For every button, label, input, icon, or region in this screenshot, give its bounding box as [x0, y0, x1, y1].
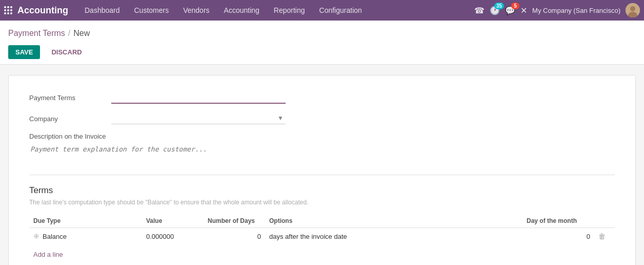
nav-accounting[interactable]: Accounting — [218, 3, 266, 17]
nav-reporting[interactable]: Reporting — [268, 3, 311, 17]
description-input[interactable] — [29, 143, 615, 163]
nav-vendors[interactable]: Vendors — [177, 3, 215, 17]
terms-hint: The last line's computation type should … — [29, 199, 615, 206]
terms-table: Due Type Value Number of Days Options Da… — [29, 214, 615, 244]
company-label: Company — [29, 112, 111, 123]
col-header-due-type: Due Type — [29, 214, 142, 228]
discard-button[interactable]: DISCARD — [44, 45, 89, 59]
close-icon-button[interactable]: ✕ — [520, 6, 527, 15]
col-header-value: Value — [142, 214, 204, 228]
cell-actions: 🗑 — [594, 228, 615, 245]
section-divider — [29, 175, 615, 175]
add-line-button[interactable]: Add a line — [29, 249, 67, 260]
grid-dots — [4, 6, 12, 14]
messages-icon-button[interactable]: 💬 5 — [505, 6, 515, 15]
nav-configuration[interactable]: Configuration — [313, 3, 368, 17]
app-name: Accounting — [17, 5, 68, 16]
cell-number-of-days: 0 — [204, 228, 265, 245]
cell-due-type: ⁜ Balance — [29, 228, 142, 245]
breadcrumb: Payment Terms / New — [8, 25, 636, 41]
terms-section: Terms The last line's computation type s… — [29, 185, 615, 260]
grid-menu-icon[interactable] — [4, 6, 12, 14]
phone-icon: ☎ — [474, 6, 485, 15]
company-name[interactable]: My Company (San Francisco) — [532, 7, 620, 14]
due-type-value: Balance — [43, 233, 67, 240]
terms-table-header: Due Type Value Number of Days Options Da… — [29, 214, 615, 228]
cell-value: 0.000000 — [142, 228, 204, 245]
nav-dashboard[interactable]: Dashboard — [78, 3, 126, 17]
breadcrumb-parent[interactable]: Payment Terms — [8, 29, 65, 38]
col-header-number-of-days: Number of Days — [204, 214, 265, 228]
col-header-options: Options — [265, 214, 522, 228]
col-header-actions — [594, 214, 615, 228]
user-avatar[interactable] — [626, 3, 640, 17]
close-icon: ✕ — [520, 6, 527, 15]
description-label: Description on the Invoice — [29, 132, 615, 140]
activity-icon-button[interactable]: 🕐 35 — [490, 6, 500, 15]
terms-header-row: Due Type Value Number of Days Options Da… — [29, 214, 615, 228]
topbar: Accounting Dashboard Customers Vendors A… — [0, 0, 644, 21]
payment-terms-group: Payment Terms — [29, 91, 615, 104]
messages-badge: 5 — [511, 3, 519, 9]
table-row: ⁜ Balance 0.000000 0 days after the invo… — [29, 228, 615, 245]
phone-icon-button[interactable]: ☎ — [474, 6, 485, 15]
form-actions: SAVE DISCARD — [8, 41, 636, 64]
nav-customers[interactable]: Customers — [128, 3, 175, 17]
main-content: Payment Terms Company ▼ Description on t… — [0, 65, 644, 265]
cell-options: days after the invoice date — [265, 228, 522, 245]
breadcrumb-current: New — [73, 29, 90, 38]
activity-badge: 35 — [494, 3, 504, 9]
payment-terms-input[interactable] — [111, 91, 286, 104]
delete-row-icon[interactable]: 🗑 — [598, 232, 606, 240]
form-card: Payment Terms Company ▼ Description on t… — [8, 75, 636, 265]
subheader: Payment Terms / New SAVE DISCARD — [0, 21, 644, 65]
description-section: Description on the Invoice — [29, 132, 615, 164]
main-nav: Dashboard Customers Vendors Accounting R… — [78, 3, 474, 17]
terms-title: Terms — [29, 185, 615, 196]
company-control: ▼ — [111, 112, 286, 124]
payment-terms-label: Payment Terms — [29, 91, 111, 102]
topbar-right: ☎ 🕐 35 💬 5 ✕ My Company (San Francisco) — [474, 3, 640, 17]
company-group: Company ▼ — [29, 112, 615, 124]
breadcrumb-separator: / — [68, 29, 70, 38]
payment-terms-control — [111, 91, 286, 104]
col-header-day-of-month: Day of the month — [522, 214, 594, 228]
terms-table-body: ⁜ Balance 0.000000 0 days after the invo… — [29, 228, 615, 245]
svg-point-1 — [630, 6, 635, 11]
company-select[interactable] — [111, 112, 286, 124]
cell-day-of-month: 0 — [522, 228, 594, 245]
due-type-cell-content: ⁜ Balance — [33, 232, 138, 240]
save-button[interactable]: SAVE — [8, 45, 40, 59]
drag-handle-icon[interactable]: ⁜ — [33, 232, 39, 240]
